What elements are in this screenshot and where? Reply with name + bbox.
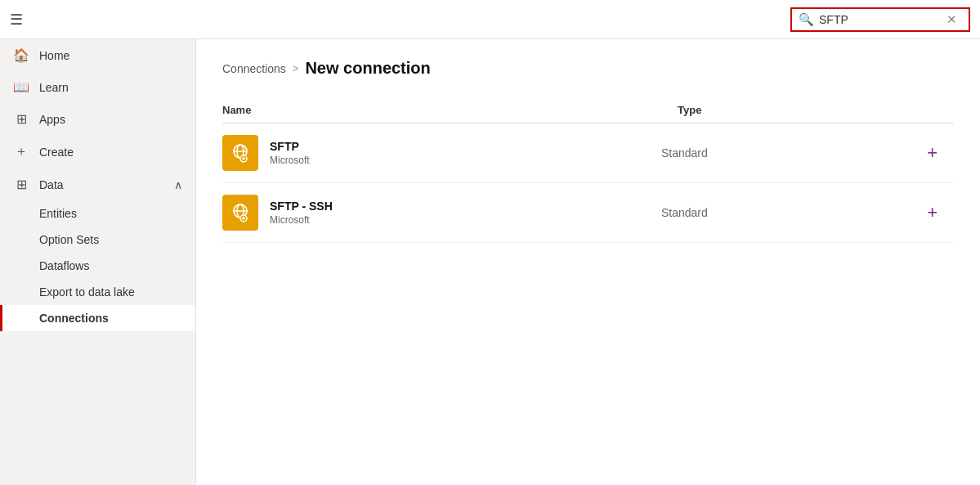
- connector-name-1: SFTP - SSH: [270, 200, 333, 213]
- sidebar-label-export: Export to data lake: [39, 285, 135, 299]
- breadcrumb: Connections > New connection: [222, 59, 954, 78]
- connector-info-1: SFTP - SSH Microsoft: [222, 195, 651, 231]
- connector-icon-1: [222, 195, 258, 231]
- create-icon: ＋: [13, 143, 29, 160]
- connector-add-cell-0: +: [845, 123, 954, 183]
- sidebar-label-home: Home: [39, 49, 182, 62]
- connector-text-0: SFTP Microsoft: [270, 140, 310, 166]
- connector-add-cell-1: +: [845, 183, 954, 243]
- sidebar-item-entities[interactable]: Entities: [0, 200, 195, 227]
- sidebar-label-learn: Learn: [39, 81, 182, 94]
- sidebar-item-dataflows[interactable]: Dataflows: [0, 253, 195, 279]
- layout: 🏠 Home 📖 Learn ⊞ Apps ＋ Create ⊞ Data ∧ …: [0, 39, 980, 485]
- hamburger-icon[interactable]: ☰: [10, 11, 23, 29]
- sidebar-label-create: Create: [39, 146, 182, 159]
- breadcrumb-current: New connection: [305, 59, 430, 78]
- sftp-svg-1: [229, 201, 252, 224]
- breadcrumb-separator: >: [293, 62, 299, 74]
- connector-name-cell-1: SFTP - SSH Microsoft: [222, 183, 661, 243]
- data-chevron-icon: ∧: [174, 178, 182, 191]
- learn-icon: 📖: [13, 79, 29, 95]
- add-connector-button-0[interactable]: +: [920, 139, 944, 167]
- search-box[interactable]: 🔍 ✕: [790, 7, 970, 32]
- connector-name-cell-0: SFTP Microsoft: [222, 123, 661, 183]
- sftp-svg-0: [229, 141, 252, 164]
- connector-icon-0: [222, 135, 258, 171]
- sidebar-item-connections[interactable]: Connections: [0, 305, 195, 331]
- sidebar-item-apps[interactable]: ⊞ Apps: [0, 103, 195, 135]
- sidebar-label-connections: Connections: [39, 312, 109, 325]
- sidebar-label-entities: Entities: [39, 207, 77, 220]
- connector-info-0: SFTP Microsoft: [222, 135, 651, 171]
- sidebar-item-create[interactable]: ＋ Create: [0, 135, 195, 168]
- table-row[interactable]: SFTP Microsoft Standard+: [222, 123, 954, 183]
- connector-name-0: SFTP: [270, 140, 310, 153]
- col-action-header: [845, 97, 954, 123]
- add-connector-button-1[interactable]: +: [920, 199, 944, 227]
- breadcrumb-link[interactable]: Connections: [222, 62, 286, 75]
- top-bar: ☰ 🔍 ✕: [0, 0, 980, 39]
- connector-type-0: Standard: [661, 123, 845, 183]
- col-type-header: Type: [661, 97, 845, 123]
- close-icon[interactable]: ✕: [946, 12, 957, 27]
- table-row[interactable]: SFTP - SSH Microsoft Standard+: [222, 183, 954, 243]
- sidebar-label-data: Data: [39, 178, 164, 191]
- apps-icon: ⊞: [13, 111, 29, 127]
- sidebar-item-home[interactable]: 🏠 Home: [0, 39, 195, 71]
- connector-type-1: Standard: [661, 183, 845, 243]
- sidebar-label-dataflows: Dataflows: [39, 259, 89, 272]
- sidebar-label-option-sets: Option Sets: [39, 233, 99, 246]
- sidebar-item-option-sets[interactable]: Option Sets: [0, 227, 195, 253]
- search-input[interactable]: [819, 13, 942, 26]
- home-icon: 🏠: [13, 47, 29, 63]
- top-bar-left: ☰: [10, 11, 23, 29]
- search-icon: 🔍: [799, 12, 814, 27]
- sidebar: 🏠 Home 📖 Learn ⊞ Apps ＋ Create ⊞ Data ∧ …: [0, 39, 196, 485]
- sidebar-item-learn[interactable]: 📖 Learn: [0, 71, 195, 103]
- connections-table: Name Type SFTP: [222, 97, 954, 243]
- sidebar-item-export[interactable]: Export to data lake: [0, 279, 195, 305]
- connector-sub-1: Microsoft: [270, 214, 333, 226]
- data-icon: ⊞: [13, 177, 29, 192]
- connector-sub-0: Microsoft: [270, 155, 310, 166]
- connector-text-1: SFTP - SSH Microsoft: [270, 200, 333, 226]
- main-content: Connections > New connection Name Type: [196, 39, 980, 485]
- sidebar-label-apps: Apps: [39, 113, 182, 126]
- col-name-header: Name: [222, 97, 661, 123]
- sidebar-item-data[interactable]: ⊞ Data ∧: [0, 168, 195, 200]
